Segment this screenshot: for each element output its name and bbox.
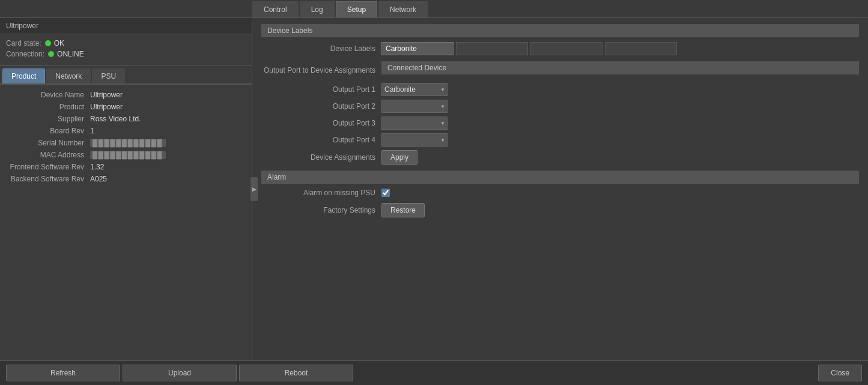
label-input-2[interactable] xyxy=(456,42,528,55)
frontend-sw-row: Frontend Software Rev 1.32 xyxy=(6,163,246,171)
output-port-4-label: Output Port 4 xyxy=(261,136,381,144)
alarm-psu-checkbox[interactable] xyxy=(381,189,390,197)
label-input-3[interactable] xyxy=(530,42,602,55)
product-label: Product xyxy=(6,103,90,111)
factory-settings-row: Factory Settings Restore xyxy=(261,203,859,217)
alarm-header: Alarm xyxy=(261,171,859,184)
product-value: Ultripower xyxy=(90,103,123,111)
mac-address-value: ████████████ xyxy=(90,151,166,159)
factory-settings-label: Factory Settings xyxy=(261,206,381,214)
device-assignments-row: Device Assignments Apply xyxy=(261,150,859,165)
output-port-2-row: Output Port 2 Carbonite xyxy=(261,100,859,113)
device-name-label: Device Name xyxy=(6,91,90,99)
output-port-1-select[interactable]: Carbonite -- xyxy=(381,83,448,96)
tab-control[interactable]: Control xyxy=(252,1,299,17)
output-port-2-label: Output Port 2 xyxy=(261,102,381,111)
output-port-2-select[interactable]: Carbonite xyxy=(381,100,448,113)
device-labels-header: Device Labels xyxy=(261,24,859,37)
device-labels-row: Device Labels xyxy=(261,42,859,55)
output-port-3-select-wrapper: Carbonite xyxy=(381,117,448,130)
board-rev-row: Board Rev 1 xyxy=(6,127,246,135)
card-state-dot xyxy=(45,40,51,46)
device-labels-section: Device Labels Device Labels xyxy=(261,24,859,55)
output-port-1-label: Output Port 1 xyxy=(261,85,381,94)
serial-number-row: Serial Number ████████████ xyxy=(6,139,246,147)
left-panel: Ultripower Card state: OK Connection: ON… xyxy=(0,18,252,360)
supplier-value: Ross Video Ltd. xyxy=(90,115,141,123)
top-tab-bar: Control Log Setup Network xyxy=(0,0,868,18)
device-info-grid: Device Name Ultripower Product Ultripowe… xyxy=(0,85,252,360)
bottom-bar: Refresh Upload Reboot Close xyxy=(0,360,868,385)
output-port-section: Output Port to Device Assignments Connec… xyxy=(261,61,859,165)
output-port-4-row: Output Port 4 Carbonite xyxy=(261,133,859,147)
output-port-3-label: Output Port 3 xyxy=(261,119,381,127)
frontend-sw-label: Frontend Software Rev xyxy=(6,163,90,171)
status-area: Card state: OK Connection: ONLINE xyxy=(0,34,252,66)
serial-number-label: Serial Number xyxy=(6,139,90,147)
mac-address-label: MAC Address xyxy=(6,151,90,159)
sub-tab-network[interactable]: Network xyxy=(46,68,91,83)
device-name-row: Device Name Ultripower xyxy=(6,91,246,99)
backend-sw-row: Backend Software Rev A025 xyxy=(6,175,246,183)
product-row: Product Ultripower xyxy=(6,103,246,111)
label-input-1[interactable] xyxy=(381,42,454,55)
card-state-label: Card state: xyxy=(6,39,41,47)
tab-setup[interactable]: Setup xyxy=(336,1,377,17)
frontend-sw-value: 1.32 xyxy=(90,163,104,171)
output-port-4-select-wrapper: Carbonite xyxy=(381,133,448,147)
card-state-row: Card state: OK xyxy=(6,39,246,47)
connection-value: ONLINE xyxy=(57,50,84,58)
alarm-psu-row: Alarm on missing PSU xyxy=(261,189,859,197)
output-port-label-row: Output Port to Device Assignments Connec… xyxy=(261,61,859,79)
output-port-3-row: Output Port 3 Carbonite xyxy=(261,117,859,130)
apply-button[interactable]: Apply xyxy=(381,150,417,165)
sub-tab-product[interactable]: Product xyxy=(2,68,45,83)
alarm-psu-label: Alarm on missing PSU xyxy=(261,189,381,197)
output-port-4-select[interactable]: Carbonite xyxy=(381,133,448,147)
tab-log[interactable]: Log xyxy=(300,1,335,17)
sub-tab-psu[interactable]: PSU xyxy=(92,68,125,83)
connection-dot xyxy=(48,51,54,57)
sub-tab-bar: Product Network PSU xyxy=(0,66,252,85)
serial-number-value: ████████████ xyxy=(90,139,166,147)
output-port-1-select-wrapper: Carbonite -- xyxy=(381,83,448,96)
main-content: Ultripower Card state: OK Connection: ON… xyxy=(0,18,868,360)
supplier-label: Supplier xyxy=(6,115,90,123)
collapse-icon: ▶ xyxy=(252,186,256,192)
output-port-section-label: Output Port to Device Assignments xyxy=(261,66,381,74)
backend-sw-label: Backend Software Rev xyxy=(6,175,90,183)
connection-row: Connection: ONLINE xyxy=(6,50,246,58)
mac-address-row: MAC Address ████████████ xyxy=(6,151,246,159)
device-assignments-label: Device Assignments xyxy=(261,153,381,162)
collapse-handle[interactable]: ▶ xyxy=(250,177,258,201)
board-rev-value: 1 xyxy=(90,127,94,135)
upload-button[interactable]: Upload xyxy=(123,365,237,381)
device-name-value: Ultripower xyxy=(90,91,123,99)
restore-button[interactable]: Restore xyxy=(381,203,425,217)
app-title: Ultripower xyxy=(0,18,252,34)
supplier-row: Supplier Ross Video Ltd. xyxy=(6,115,246,123)
label-input-4[interactable] xyxy=(605,42,677,55)
refresh-button[interactable]: Refresh xyxy=(6,365,120,381)
alarm-section: Alarm Alarm on missing PSU xyxy=(261,171,859,197)
output-port-1-row: Output Port 1 Carbonite -- xyxy=(261,83,859,96)
backend-sw-value: A025 xyxy=(90,175,107,183)
tab-network[interactable]: Network xyxy=(378,1,428,17)
board-rev-label: Board Rev xyxy=(6,127,90,135)
connected-device-header: Connected Device xyxy=(381,61,859,74)
factory-settings-section: Factory Settings Restore xyxy=(261,203,859,217)
device-labels-fields xyxy=(381,42,859,55)
right-panel: Device Labels Device Labels Output Port … xyxy=(252,18,868,360)
output-port-3-select[interactable]: Carbonite xyxy=(381,117,448,130)
card-state-value: OK xyxy=(54,39,64,47)
close-button[interactable]: Close xyxy=(818,365,862,381)
device-labels-label: Device Labels xyxy=(261,44,381,53)
output-port-2-select-wrapper: Carbonite xyxy=(381,100,448,113)
connection-label: Connection: xyxy=(6,50,44,58)
reboot-button[interactable]: Reboot xyxy=(239,365,353,381)
